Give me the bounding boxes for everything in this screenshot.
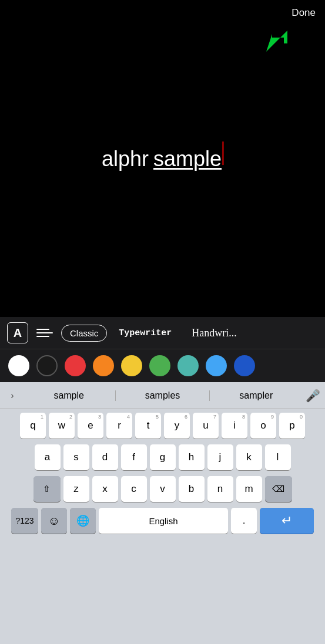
- align-line-2: [36, 332, 53, 333]
- key-e[interactable]: 3e: [78, 413, 103, 439]
- key-c[interactable]: c: [121, 476, 147, 502]
- key-numbers[interactable]: ?123: [11, 508, 38, 534]
- key-row-1: 1q 2w 3e 4r 5t 6y 7u 8i 9o 0p: [2, 413, 323, 439]
- key-emoji[interactable]: ☺: [41, 508, 67, 534]
- key-row-3: ⇧ z x c v b n m ⌫: [2, 476, 323, 502]
- key-k[interactable]: k: [236, 444, 262, 470]
- mic-icon-button[interactable]: 🎤: [303, 386, 323, 406]
- style-handwriting[interactable]: Handwri...: [183, 324, 244, 342]
- style-typewriter[interactable]: Typewriter: [110, 325, 180, 341]
- color-picker: [0, 349, 325, 382]
- key-m[interactable]: m: [236, 476, 262, 502]
- arrow-icon: [262, 26, 292, 59]
- color-blue[interactable]: [206, 355, 227, 376]
- autocomplete-words: sample samples sampler: [22, 390, 303, 401]
- key-l[interactable]: l: [265, 444, 291, 470]
- text-cursor: [222, 141, 223, 165]
- key-x[interactable]: x: [92, 476, 118, 502]
- keyboard-area: › sample samples sampler 🎤 1q 2w 3e 4r 5…: [0, 382, 325, 644]
- color-red[interactable]: [65, 355, 86, 376]
- key-i[interactable]: 8i: [222, 413, 247, 439]
- canvas-area: Done alphr sample: [0, 0, 325, 317]
- font-icon-button[interactable]: A: [7, 322, 28, 343]
- align-line-1: [36, 329, 49, 330]
- key-v[interactable]: v: [150, 476, 176, 502]
- done-button[interactable]: Done: [292, 7, 316, 19]
- color-navy[interactable]: [234, 355, 255, 376]
- color-yellow[interactable]: [121, 355, 142, 376]
- key-f[interactable]: f: [121, 444, 147, 470]
- key-period[interactable]: .: [231, 508, 257, 534]
- text-part1: alphr: [102, 147, 149, 171]
- key-a[interactable]: a: [35, 444, 61, 470]
- key-b[interactable]: b: [179, 476, 205, 502]
- key-h[interactable]: h: [179, 444, 205, 470]
- key-return[interactable]: ↵: [260, 508, 314, 534]
- key-y[interactable]: 6y: [164, 413, 190, 439]
- style-classic[interactable]: Classic: [61, 325, 107, 342]
- key-p[interactable]: 0p: [279, 413, 305, 439]
- key-globe[interactable]: 🌐: [70, 508, 96, 534]
- autocomplete-word-1[interactable]: samples: [115, 390, 209, 401]
- svg-marker-0: [266, 31, 287, 52]
- key-s[interactable]: s: [63, 444, 89, 470]
- style-options: Classic Typewriter Handwri...: [61, 324, 318, 342]
- color-teal[interactable]: [177, 355, 199, 376]
- color-green[interactable]: [149, 355, 170, 376]
- key-d[interactable]: d: [92, 444, 118, 470]
- key-j[interactable]: j: [207, 444, 233, 470]
- key-g[interactable]: g: [150, 444, 176, 470]
- autocomplete-word-0[interactable]: sample: [22, 390, 115, 401]
- key-u[interactable]: 7u: [193, 413, 219, 439]
- key-r[interactable]: 4r: [106, 413, 132, 439]
- align-icon-button[interactable]: [34, 326, 55, 339]
- key-q[interactable]: 1q: [20, 413, 46, 439]
- font-icon-label: A: [14, 326, 22, 340]
- autocomplete-bar: › sample samples sampler 🎤: [0, 382, 325, 409]
- text-part2: sample: [153, 147, 222, 171]
- canvas-text: alphr sample: [102, 143, 223, 171]
- autocomplete-expand-button[interactable]: ›: [2, 386, 22, 406]
- align-line-3: [36, 336, 49, 337]
- color-orange[interactable]: [93, 355, 114, 376]
- key-space[interactable]: English: [99, 508, 228, 534]
- key-backspace[interactable]: ⌫: [265, 476, 292, 502]
- autocomplete-word-2[interactable]: sampler: [209, 390, 303, 401]
- key-w[interactable]: 2w: [49, 413, 75, 439]
- key-row-bottom: ?123 ☺ 🌐 English . ↵: [2, 508, 323, 534]
- key-shift[interactable]: ⇧: [33, 476, 61, 502]
- key-n[interactable]: n: [207, 476, 233, 502]
- color-white[interactable]: [8, 355, 29, 376]
- key-o[interactable]: 9o: [250, 413, 276, 439]
- color-black[interactable]: [36, 355, 58, 376]
- keyboard-rows: 1q 2w 3e 4r 5t 6y 7u 8i 9o 0p a s d f g …: [0, 409, 325, 644]
- key-t[interactable]: 5t: [135, 413, 161, 439]
- toolbar: A Classic Typewriter Handwri...: [0, 317, 325, 349]
- key-row-2: a s d f g h j k l: [2, 444, 323, 470]
- key-z[interactable]: z: [63, 476, 89, 502]
